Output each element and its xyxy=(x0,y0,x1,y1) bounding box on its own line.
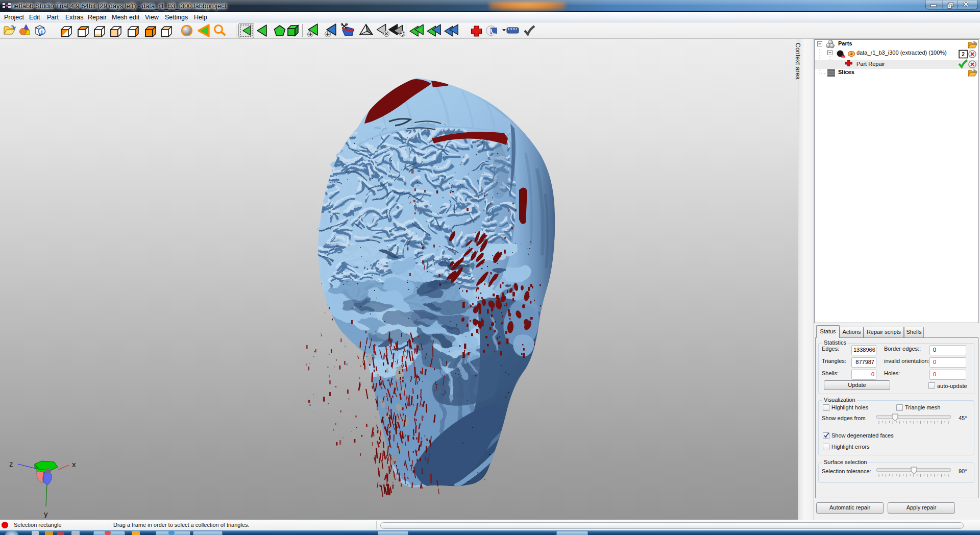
svg-text:x: x xyxy=(72,460,76,469)
svg-text:y: y xyxy=(44,509,48,518)
svg-text:2: 2 xyxy=(962,52,965,57)
svg-text:z: z xyxy=(9,459,13,468)
svg-text:i: i xyxy=(41,29,42,35)
